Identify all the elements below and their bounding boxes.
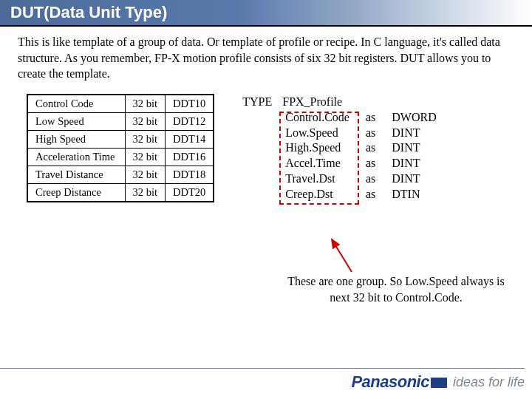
register-table-container: Control Code32 bitDDT10 Low Speed32 bitD… bbox=[27, 94, 214, 204]
field-as: as bbox=[366, 187, 375, 202]
field-name: Accel.Time bbox=[285, 156, 349, 171]
field-type: DWORD bbox=[392, 110, 436, 126]
reg-addr: DDT20 bbox=[165, 183, 214, 202]
svg-line-0 bbox=[332, 239, 352, 272]
field-as: as bbox=[366, 110, 375, 126]
field-as: as bbox=[366, 140, 375, 156]
type-keyword: TYPE bbox=[242, 95, 272, 109]
type-definition: TYPE FPX_Profile Control.CodeasDWORD Low… bbox=[242, 94, 439, 204]
register-table: Control Code32 bitDDT10 Low Speed32 bitD… bbox=[27, 94, 214, 202]
field-type: DINT bbox=[392, 126, 436, 141]
reg-bits: 32 bit bbox=[125, 148, 165, 166]
field-as: as bbox=[366, 126, 375, 141]
reg-name: High Speed bbox=[27, 130, 125, 148]
group-note: These are one group. So Low.Speed always… bbox=[278, 273, 514, 305]
table-row: High Speed32 bitDDT14 bbox=[27, 130, 214, 148]
field-name: Travel.Dst bbox=[285, 171, 349, 187]
brand-logo: Panasonic bbox=[351, 372, 447, 392]
reg-addr: DDT16 bbox=[165, 148, 214, 166]
reg-addr: DDT12 bbox=[165, 112, 214, 130]
reg-bits: 32 bit bbox=[125, 183, 165, 202]
reg-name: Creep Distance bbox=[27, 183, 125, 202]
struct-block: FPX_Profile Control.CodeasDWORD Low.Spee… bbox=[282, 95, 439, 204]
brand-box-icon bbox=[431, 378, 447, 388]
field-name: Control.Code bbox=[285, 110, 349, 126]
reg-name: Acceleration Time bbox=[27, 148, 125, 166]
reg-name: Control Code bbox=[27, 95, 125, 113]
reg-addr: DDT18 bbox=[165, 166, 214, 183]
table-row: Low Speed32 bitDDT12 bbox=[27, 112, 214, 130]
table-row: Travel Distance32 bitDDT18 bbox=[27, 166, 214, 183]
reg-bits: 32 bit bbox=[125, 166, 165, 183]
reg-addr: DDT10 bbox=[165, 95, 214, 113]
field-type: DTIN bbox=[392, 187, 436, 202]
footer: Panasonic ideas for life bbox=[0, 368, 525, 392]
table-row: Acceleration Time32 bitDDT16 bbox=[27, 148, 214, 166]
field-name: Low.Speed bbox=[285, 126, 349, 141]
page-title: DUT(Data Unit Type) bbox=[10, 3, 167, 21]
field-name: High.Speed bbox=[285, 140, 349, 156]
field-name: Creep.Dst bbox=[285, 187, 349, 202]
reg-bits: 32 bit bbox=[125, 95, 165, 113]
reg-addr: DDT14 bbox=[165, 130, 214, 148]
content-area: Control Code32 bitDDT10 Low Speed32 bitD… bbox=[0, 94, 532, 204]
reg-bits: 32 bit bbox=[125, 112, 165, 130]
arrow-icon bbox=[321, 235, 365, 279]
table-row: Creep Distance32 bitDDT20 bbox=[27, 183, 214, 202]
struct-name: FPX_Profile bbox=[282, 95, 439, 109]
reg-name: Low Speed bbox=[27, 112, 125, 130]
field-type: DINT bbox=[392, 140, 436, 156]
reg-name: Travel Distance bbox=[27, 166, 125, 183]
field-as: as bbox=[366, 156, 375, 171]
field-as: as bbox=[366, 171, 375, 187]
field-type: DINT bbox=[392, 156, 436, 171]
table-row: Control Code32 bitDDT10 bbox=[27, 95, 214, 113]
reg-bits: 32 bit bbox=[125, 130, 165, 148]
brand-tagline: ideas for life bbox=[453, 375, 525, 390]
intro-paragraph: This is like template of a group of data… bbox=[0, 27, 532, 94]
field-type: DINT bbox=[392, 171, 436, 187]
page-title-bar: DUT(Data Unit Type) bbox=[0, 0, 532, 27]
